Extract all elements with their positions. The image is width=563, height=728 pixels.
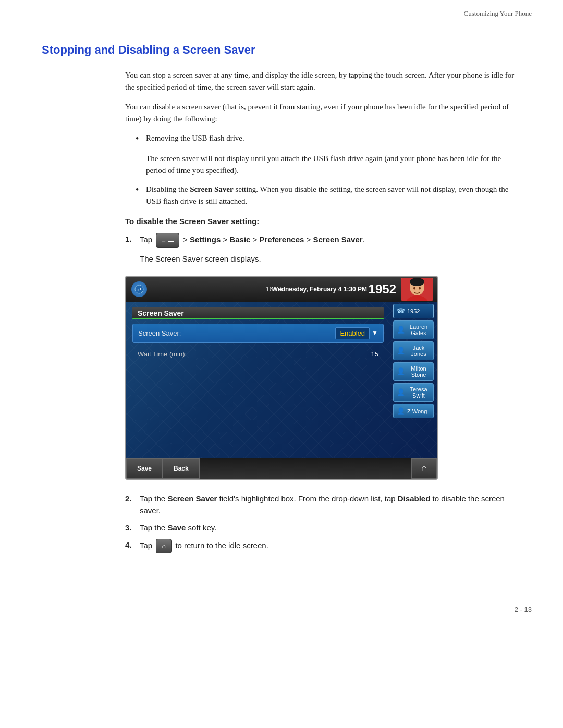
- contact-icon-teresa: 👤: [397, 388, 405, 397]
- phone-avatar: [401, 278, 433, 301]
- svg-point-5: [410, 278, 424, 286]
- phone-body: Screen Saver Screen Saver: Enabled ▼ Wai…: [126, 302, 437, 458]
- contact-name-jack: Jack Jones: [407, 344, 430, 357]
- page-number: 2 - 13: [0, 606, 563, 613]
- dropdown-arrow-icon: ▼: [372, 329, 378, 337]
- step-3-row: 3. Tap the Save soft key.: [125, 522, 521, 534]
- home-button[interactable]: ⌂: [156, 539, 172, 553]
- contact-icon-wong: 👤: [397, 407, 405, 415]
- wait-time-row: Wait Time (min): 15: [132, 348, 384, 360]
- phone-top-bar: ⇄ 16.7 hr Wednesday, February 4 1:30 PM …: [126, 277, 437, 302]
- phone-datetime: Wednesday, February 4 1:30 PM: [272, 286, 367, 293]
- settings-button[interactable]: ≡ ▬: [156, 233, 179, 248]
- page-header: Customizing Your Phone: [0, 0, 563, 22]
- step-1-subtext: The Screen Saver screen displays.: [140, 253, 521, 265]
- contact-milton-stone[interactable]: 👤 Milton Stone: [393, 362, 434, 381]
- bullet-text-2: Disabling the Screen Saver setting. When…: [146, 183, 521, 208]
- step-2-row: 2. Tap the Screen Saver field's highligh…: [125, 492, 521, 517]
- step-1-row: 1. Tap ≡ ▬ > Settings > Basic > Preferen…: [125, 233, 521, 248]
- contact-teresa-swift[interactable]: 👤 Teresa Swift: [393, 383, 434, 402]
- wait-time-value: 15: [371, 350, 378, 358]
- contact-icon-jack: 👤: [397, 347, 405, 355]
- avatar-face: [401, 278, 433, 301]
- phone-screenshot: ⇄ 16.7 hr Wednesday, February 4 1:30 PM …: [125, 276, 438, 480]
- bullet-1-subtext: The screen saver will not display until …: [146, 153, 521, 177]
- bullet-list: • Removing the USB flash drive.: [136, 132, 521, 145]
- phone-bottom-bar: Save Back ⌂: [126, 458, 437, 479]
- procedure-heading: To disable the Screen Saver setting:: [125, 217, 521, 226]
- contact-icon-milton: 👤: [397, 367, 405, 376]
- bullet-item-1: • Removing the USB flash drive.: [136, 132, 521, 145]
- step-3-content: Tap the Save soft key.: [140, 522, 521, 534]
- svg-text:⇄: ⇄: [137, 287, 141, 292]
- save-softkey[interactable]: Save: [126, 458, 163, 479]
- contact-name-teresa: Teresa Swift: [407, 386, 430, 399]
- paragraph-1: You can stop a screen saver at any time,…: [125, 69, 521, 94]
- step-4-content: Tap ⌂ to return to the idle screen.: [140, 539, 521, 553]
- menu-icon-small: ▬: [168, 237, 174, 245]
- step-2-num: 2.: [125, 492, 140, 517]
- home-icon: ⌂: [421, 463, 427, 474]
- bullet-item-2: • Disabling the Screen Saver setting. Wh…: [136, 183, 521, 208]
- back-softkey[interactable]: Back: [163, 458, 200, 479]
- paragraph-2: You can disable a screen saver (that is,…: [125, 101, 521, 126]
- phone-extension: 1952: [369, 282, 396, 297]
- chapter-title: Customizing Your Phone: [464, 9, 532, 17]
- contact-name-1952: 1952: [407, 308, 420, 314]
- contact-1952[interactable]: ☎ 1952: [393, 304, 434, 318]
- contact-name-lauren: Lauren Gates: [407, 324, 430, 336]
- home-softkey[interactable]: ⌂: [411, 458, 437, 479]
- svg-point-6: [413, 287, 415, 289]
- step-2-content: Tap the Screen Saver field's highlighted…: [140, 492, 521, 517]
- wait-time-label: Wait Time (min):: [138, 350, 371, 358]
- bullet-list-2: • Disabling the Screen Saver setting. Wh…: [136, 183, 521, 208]
- bullet-dot-1: •: [136, 132, 146, 145]
- phone-main: Screen Saver Screen Saver: Enabled ▼ Wai…: [126, 302, 390, 458]
- bullet-dot-2: •: [136, 183, 146, 208]
- step-4-row: 4. Tap ⌂ to return to the idle screen.: [125, 539, 521, 553]
- screen-saver-field[interactable]: Screen Saver: Enabled ▼: [132, 324, 384, 343]
- page-content: Stopping and Disabling a Screen Saver Yo…: [0, 22, 563, 590]
- contact-icon-lauren: 👤: [397, 326, 405, 334]
- step-3-num: 3.: [125, 522, 140, 534]
- step-1-content: Tap ≡ ▬ > Settings > Basic > Preferences…: [140, 233, 521, 248]
- menu-icon: ≡: [162, 235, 166, 245]
- svg-point-7: [419, 287, 421, 289]
- contact-lauren-gates[interactable]: 👤 Lauren Gates: [393, 320, 434, 339]
- section-title: Stopping and Disabling a Screen Saver: [42, 43, 521, 57]
- contact-name-milton: Milton Stone: [407, 365, 430, 378]
- bullet-text-1: Removing the USB flash drive.: [146, 132, 521, 145]
- step-4-num: 4.: [125, 539, 140, 553]
- screen-saver-value: Enabled: [335, 327, 370, 339]
- usb-icon: ⇄: [131, 281, 147, 297]
- contact-jack-jones[interactable]: 👤 Jack Jones: [393, 341, 434, 360]
- phone-sidebar: ☎ 1952 👤 Lauren Gates 👤 Jack Jones 👤 Mil…: [390, 302, 437, 458]
- contact-icon-1: ☎: [397, 307, 405, 315]
- home-button-icon: ⌂: [162, 541, 166, 551]
- contact-z-wong[interactable]: 👤 Z Wong: [393, 404, 434, 418]
- step-1-num: 1.: [125, 233, 140, 248]
- contact-name-wong: Z Wong: [407, 408, 427, 414]
- screen-saver-label: Screen Saver:: [138, 329, 335, 337]
- phone-menu-title: Screen Saver: [132, 307, 384, 319]
